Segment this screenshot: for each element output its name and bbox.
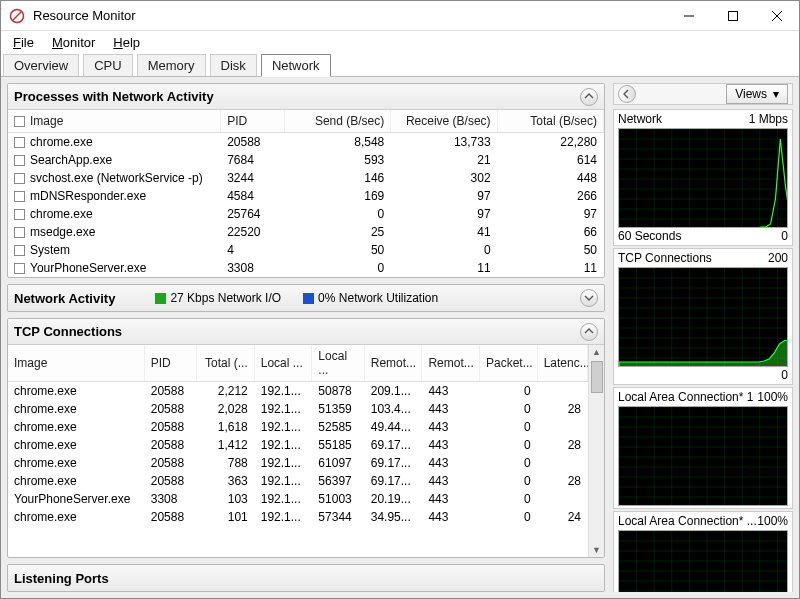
table-row[interactable]: chrome.exe205888,54813,73322,280 — [8, 133, 604, 152]
collapse-icon[interactable] — [580, 323, 598, 341]
chart-foot-r: 0 — [781, 229, 788, 243]
left-column: Processes with Network Activity Image PI… — [1, 77, 609, 598]
collapse-right-icon[interactable] — [618, 85, 636, 103]
scroll-up-icon[interactable]: ▲ — [590, 345, 604, 359]
table-row[interactable]: msedge.exe22520254166 — [8, 223, 604, 241]
menubar: File Monitor Help — [1, 31, 799, 53]
right-toolbar: Views ▾ — [613, 83, 793, 105]
activity-metrics: 27 Kbps Network I/O 0% Network Utilizati… — [155, 291, 438, 305]
table-row[interactable]: SearchApp.exe768459321614 — [8, 151, 604, 169]
col-lport[interactable]: Local ... — [312, 345, 364, 382]
processes-panel: Processes with Network Activity Image PI… — [7, 83, 605, 278]
table-row[interactable]: chrome.exe2576409797 — [8, 205, 604, 223]
chart-0: Network1 Mbps 60 Seconds0 — [613, 109, 793, 246]
row-checkbox[interactable] — [14, 191, 25, 202]
tcp-panel: TCP Connections Image PID Total (. — [7, 318, 605, 558]
listening-panel: Listening Ports — [7, 564, 605, 592]
app-icon — [7, 6, 27, 26]
col-pid[interactable]: PID — [144, 345, 196, 382]
table-row[interactable]: YourPhoneServer.exe3308103192.1...510032… — [8, 490, 588, 508]
menu-file[interactable]: File — [5, 33, 42, 52]
table-row[interactable]: YourPhoneServer.exe330801111 — [8, 259, 604, 277]
row-checkbox[interactable] — [14, 173, 25, 184]
tcp-table: Image PID Total (... Local ... Local ...… — [8, 345, 588, 526]
util-label: 0% Network Utilization — [318, 291, 438, 305]
menu-monitor[interactable]: Monitor — [44, 33, 103, 52]
processes-table-header[interactable]: Image PID Send (B/sec) Receive (B/sec) T… — [8, 110, 604, 133]
tab-disk[interactable]: Disk — [210, 54, 257, 77]
row-checkbox[interactable] — [14, 155, 25, 166]
scroll-thumb[interactable] — [591, 361, 603, 393]
legend-blue-icon — [303, 293, 314, 304]
right-column: Views ▾ Network1 Mbps 60 Seconds0 TCP Co… — [609, 77, 799, 598]
table-row[interactable]: chrome.exe20588101192.1...5734434.95...4… — [8, 508, 588, 526]
col-lat[interactable]: Latenc... — [537, 345, 587, 382]
expand-icon[interactable] — [580, 289, 598, 307]
tab-cpu[interactable]: CPU — [83, 54, 132, 77]
tcp-panel-title: TCP Connections — [14, 324, 122, 339]
row-checkbox[interactable] — [14, 227, 25, 238]
titlebar: Resource Monitor — [1, 1, 799, 31]
maximize-button[interactable] — [711, 2, 755, 30]
col-pid[interactable]: PID — [221, 110, 285, 133]
menu-monitor-label: onitor — [63, 35, 96, 50]
io-label: 27 Kbps Network I/O — [170, 291, 281, 305]
activity-panel: Network Activity 27 Kbps Network I/O 0% … — [7, 284, 605, 312]
col-send[interactable]: Send (B/sec) — [284, 110, 390, 133]
activity-panel-header[interactable]: Network Activity 27 Kbps Network I/O 0% … — [8, 285, 604, 311]
col-recv[interactable]: Receive (B/sec) — [391, 110, 497, 133]
chart-title: TCP Connections — [618, 251, 712, 265]
menu-help[interactable]: Help — [105, 33, 148, 52]
chart-scale: 1 Mbps — [749, 112, 788, 126]
views-button[interactable]: Views ▾ — [726, 84, 788, 104]
chart-scale: 200 — [768, 251, 788, 265]
table-row[interactable]: chrome.exe20588788192.1...6109769.17...4… — [8, 454, 588, 472]
chart-foot-l: 60 Seconds — [618, 229, 681, 243]
row-checkbox[interactable] — [14, 245, 25, 256]
collapse-icon[interactable] — [580, 88, 598, 106]
table-row[interactable]: svchost.exe (NetworkService -p)324414630… — [8, 169, 604, 187]
views-label: Views — [735, 87, 767, 101]
col-total[interactable]: Total (B/sec) — [497, 110, 603, 133]
charts-container: Network1 Mbps 60 Seconds0 TCP Connection… — [613, 109, 793, 592]
resource-monitor-window: Resource Monitor File Monitor Help Overv… — [0, 0, 800, 599]
col-image[interactable]: Image — [8, 110, 221, 133]
col-image[interactable]: Image — [8, 345, 144, 382]
close-button[interactable] — [755, 2, 799, 30]
table-row[interactable]: chrome.exe205882,212192.1...50878209.1..… — [8, 382, 588, 401]
tab-memory[interactable]: Memory — [137, 54, 206, 77]
tcp-scrollbar[interactable]: ▲ ▼ — [588, 345, 604, 557]
select-all-checkbox[interactable] — [14, 116, 25, 127]
minimize-button[interactable] — [667, 2, 711, 30]
row-checkbox[interactable] — [14, 137, 25, 148]
col-rport[interactable]: Remot... — [422, 345, 480, 382]
body: Processes with Network Activity Image PI… — [1, 77, 799, 598]
chart-3: Local Area Connection* ...100% — [613, 511, 793, 592]
tcp-table-header[interactable]: Image PID Total (... Local ... Local ...… — [8, 345, 588, 382]
processes-panel-header[interactable]: Processes with Network Activity — [8, 84, 604, 110]
tab-overview[interactable]: Overview — [3, 54, 79, 77]
chart-area — [618, 267, 788, 367]
chart-title: Local Area Connection* 1 — [618, 390, 753, 404]
listening-panel-title: Listening Ports — [14, 571, 109, 586]
table-row[interactable]: chrome.exe205881,618192.1...5258549.44..… — [8, 418, 588, 436]
dropdown-icon: ▾ — [773, 87, 779, 101]
col-loss[interactable]: Packet... — [480, 345, 538, 382]
row-checkbox[interactable] — [14, 263, 25, 274]
listening-panel-header[interactable]: Listening Ports — [8, 565, 604, 591]
processes-table: Image PID Send (B/sec) Receive (B/sec) T… — [8, 110, 604, 277]
scroll-down-icon[interactable]: ▼ — [590, 543, 604, 557]
tab-network[interactable]: Network — [261, 54, 331, 77]
col-raddr[interactable]: Remot... — [364, 345, 422, 382]
legend-green-icon — [155, 293, 166, 304]
table-row[interactable]: chrome.exe205882,028192.1...51359103.4..… — [8, 400, 588, 418]
tcp-panel-header[interactable]: TCP Connections — [8, 319, 604, 345]
col-laddr[interactable]: Local ... — [254, 345, 312, 382]
col-total[interactable]: Total (... — [197, 345, 255, 382]
table-row[interactable]: chrome.exe205881,412192.1...5518569.17..… — [8, 436, 588, 454]
table-row[interactable]: mDNSResponder.exe458416997266 — [8, 187, 604, 205]
processes-panel-title: Processes with Network Activity — [14, 89, 214, 104]
row-checkbox[interactable] — [14, 209, 25, 220]
table-row[interactable]: chrome.exe20588363192.1...5639769.17...4… — [8, 472, 588, 490]
table-row[interactable]: System450050 — [8, 241, 604, 259]
